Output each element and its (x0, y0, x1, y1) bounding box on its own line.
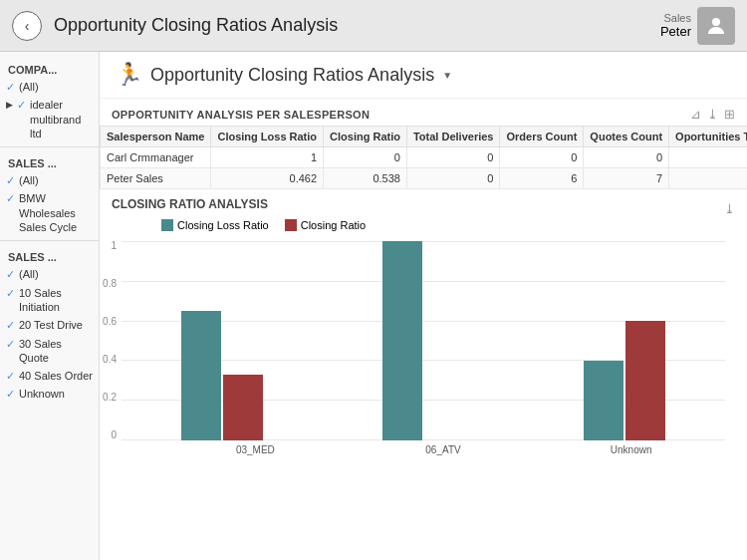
sales-stage-all-item[interactable]: ✓ (All) (0, 265, 99, 283)
legend-closing-ratio: Closing Ratio (285, 219, 366, 231)
sales-team-all-item[interactable]: ✓ (All) (0, 171, 99, 189)
bar-group-unknown (524, 241, 725, 440)
check-icon: ✓ (6, 370, 15, 383)
opportunity-table: Salesperson Name Closing Loss Ratio Clos… (100, 126, 747, 189)
cell-closing-ratio: 0 (324, 147, 407, 168)
x-label-06atv: 06_ATV (350, 444, 538, 455)
col-closing-loss[interactable]: Closing Loss Ratio (211, 127, 324, 147)
x-label-unknown: Unknown (537, 444, 725, 455)
sales-stage-20-label: 20 Test Drive (19, 318, 83, 332)
sales-team-all-label: (All) (19, 173, 39, 187)
bar-03med-red (223, 375, 263, 440)
company-idealer-label: idealer multibrand ltd (30, 98, 93, 140)
user-role: Sales (660, 12, 691, 24)
bar-group-03med (122, 241, 323, 440)
legend-color-teal (161, 219, 173, 231)
export-icon[interactable]: ⤓ (707, 107, 718, 122)
cell-deliveries: 0 (406, 168, 500, 189)
bar-unknown-red (625, 321, 665, 440)
company-all-label: (All) (19, 80, 39, 94)
page-header: 🏃 Opportunity Closing Ratios Analysis ▼ (100, 52, 747, 99)
grid-icon[interactable]: ⊞ (724, 107, 735, 122)
cell-closing-ratio: 0.538 (324, 168, 407, 189)
chart-container: Closing Loss Ratio Closing Ratio 1 0.8 0… (112, 219, 735, 455)
chart-export-icon[interactable]: ⤓ (724, 201, 735, 216)
back-button[interactable]: ‹ (12, 11, 42, 41)
user-section: Sales Peter (660, 7, 735, 45)
bar-group-06atv (323, 241, 524, 440)
chart-section: CLOSING RATIO ANALYSIS ⤓ Closing Loss Ra… (100, 189, 747, 463)
cell-closing-loss: 0.462 (211, 168, 324, 189)
legend-color-red (285, 219, 297, 231)
check-icon: ✓ (6, 174, 15, 187)
check-icon: ✓ (6, 338, 15, 351)
table-row[interactable]: Carl Crmmanager 1 0 0 0 0 1 (101, 147, 748, 168)
cell-orders: 6 (500, 168, 584, 189)
sales-stage-20-item[interactable]: ✓ 20 Test Drive (0, 316, 99, 334)
cell-quotes: 7 (584, 168, 669, 189)
chart-title: CLOSING RATIO ANALYSIS (112, 197, 268, 211)
cell-deliveries: 0 (406, 147, 500, 168)
content-area: 🏃 Opportunity Closing Ratios Analysis ▼ … (100, 52, 747, 560)
bar-03med-teal (181, 311, 221, 440)
expand-icon: ▶ (6, 100, 13, 110)
app-title: Opportunity Closing Ratios Analysis (54, 15, 660, 36)
cell-salesperson: Carl Crmmanager (101, 147, 211, 168)
sales-stage-unknown-item[interactable]: ✓ Unknown (0, 385, 99, 403)
sales-team-filter-label: SALES ... (0, 151, 99, 171)
table-toolbar-icons: ⊿ ⤓ ⊞ (690, 107, 735, 122)
user-info: Sales Peter (660, 12, 691, 39)
check-icon: ✓ (6, 81, 15, 94)
sidebar: COMPA... ✓ (All) ▶ ✓ idealer multibrand … (0, 52, 100, 560)
cell-quotes: 0 (584, 147, 669, 168)
bar-unknown-teal (584, 361, 623, 440)
sales-team-bmw-item[interactable]: ✓ BMW Wholesales Sales Cycle (0, 189, 99, 236)
legend-label-ratio: Closing Ratio (301, 219, 366, 231)
col-salesperson[interactable]: Salesperson Name (101, 127, 211, 147)
legend-label-loss: Closing Loss Ratio (177, 219, 269, 231)
sales-stage-30-label: 30 Sales Quote (19, 337, 93, 366)
legend-closing-loss: Closing Loss Ratio (161, 219, 269, 231)
sales-stage-all-label: (All) (19, 267, 39, 281)
table-row[interactable]: Peter Sales 0.462 0.538 0 6 7 13 (101, 168, 748, 189)
company-filter-label: COMPA... (0, 58, 99, 78)
table-section-title: OPPORTUNITY ANALYSIS PER SALESPERSON (112, 109, 370, 121)
company-idealer-item[interactable]: ▶ ✓ idealer multibrand ltd (0, 96, 99, 142)
check-icon: ✓ (6, 192, 15, 205)
col-quotes[interactable]: Quotes Count (584, 127, 669, 147)
sales-team-bmw-label: BMW Wholesales Sales Cycle (19, 191, 93, 234)
table-section-header: OPPORTUNITY ANALYSIS PER SALESPERSON ⊿ ⤓… (100, 99, 747, 126)
sales-stage-30-item[interactable]: ✓ 30 Sales Quote (0, 335, 99, 368)
user-avatar (697, 7, 735, 45)
check-icon: ✓ (6, 388, 15, 401)
chart-x-labels: 03_MED 06_ATV Unknown (161, 444, 725, 455)
chart-legend: Closing Loss Ratio Closing Ratio (161, 219, 725, 231)
cell-opportunities: 13 (669, 168, 747, 189)
company-all-item[interactable]: ✓ (All) (0, 78, 99, 96)
sales-stage-unknown-label: Unknown (19, 387, 65, 401)
sales-stage-40-item[interactable]: ✓ 40 Sales Order (0, 367, 99, 385)
col-closing-ratio[interactable]: Closing Ratio (324, 127, 407, 147)
cell-closing-loss: 1 (211, 147, 324, 168)
sales-stage-10-label: 10 Sales Initiation (19, 286, 93, 315)
cell-opportunities: 1 (669, 147, 747, 168)
cell-salesperson: Peter Sales (101, 168, 211, 189)
col-opportunities[interactable]: Oportunities Total (669, 127, 747, 147)
dropdown-arrow-icon[interactable]: ▼ (442, 70, 452, 81)
bar-06atv-teal (382, 241, 422, 440)
sales-stage-10-item[interactable]: ✓ 10 Sales Initiation (0, 284, 99, 317)
check-icon: ✓ (17, 99, 26, 112)
col-deliveries[interactable]: Total Deliveries (406, 127, 500, 147)
check-icon: ✓ (6, 287, 15, 300)
x-label-03med: 03_MED (161, 444, 350, 455)
sales-stage-40-label: 40 Sales Order (19, 369, 93, 383)
col-orders[interactable]: Orders Count (500, 127, 584, 147)
chart-bars (122, 241, 725, 440)
filter-icon[interactable]: ⊿ (690, 107, 701, 122)
page-icon: 🏃 (116, 62, 142, 88)
check-icon: ✓ (6, 319, 15, 332)
check-icon: ✓ (6, 268, 15, 281)
user-name: Peter (660, 24, 691, 39)
svg-point-0 (712, 18, 720, 26)
page-title: Opportunity Closing Ratios Analysis (150, 65, 434, 86)
